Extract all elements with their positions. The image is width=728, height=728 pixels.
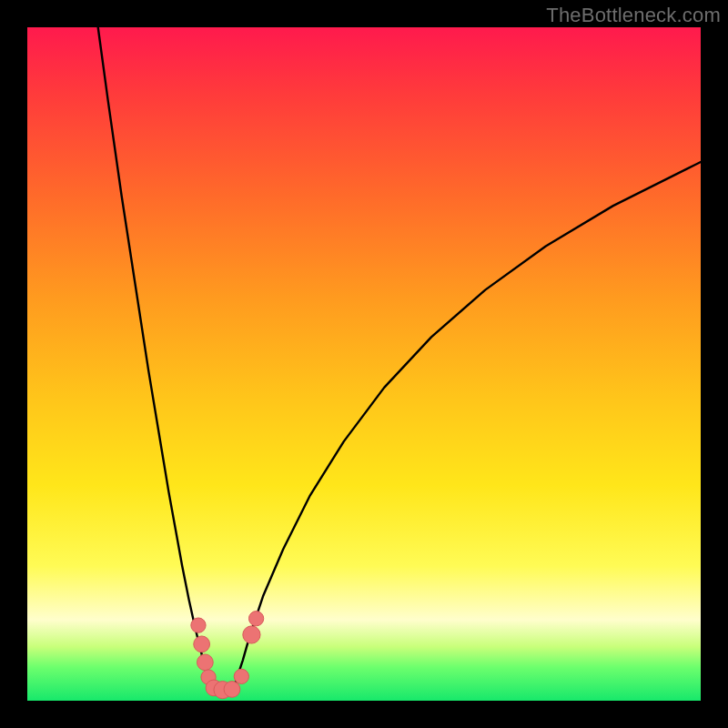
chart-svg (27, 27, 701, 701)
data-marker (224, 682, 240, 698)
watermark: TheBottleneck.com (546, 4, 721, 27)
curve-left-branch (98, 27, 213, 691)
data-marker (194, 636, 210, 652)
data-marker (234, 669, 248, 683)
curve-right-branch (233, 162, 701, 691)
data-marker (248, 612, 263, 626)
chart-frame: TheBottleneck.com (0, 0, 728, 728)
marker-group (191, 612, 264, 699)
data-marker (197, 654, 213, 671)
curve-group (98, 27, 701, 691)
chart-plot-area (27, 27, 701, 701)
data-marker (191, 618, 206, 632)
data-marker (243, 626, 260, 643)
